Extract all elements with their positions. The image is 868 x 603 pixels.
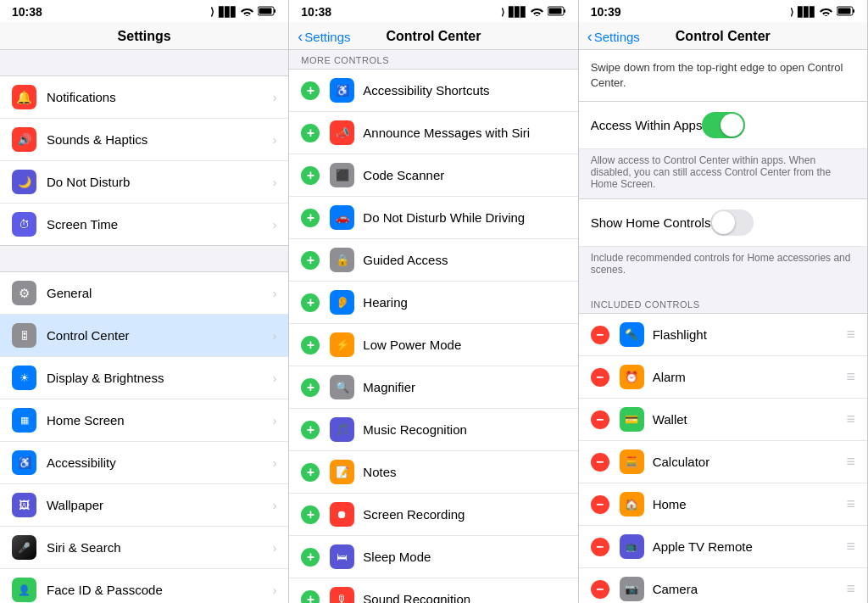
hearing-icon: 👂	[330, 290, 354, 315]
included-camera[interactable]: − 📷 Camera ≡	[579, 568, 867, 603]
status-icons-3: ⟩ ▋▋▋	[790, 6, 855, 19]
more-item-guided[interactable]: + 🔒 Guided Access	[289, 239, 577, 282]
settings-item-notifications[interactable]: 🔔 Notifications ›	[0, 76, 288, 119]
accessibility-icon: ♿	[12, 450, 36, 475]
more-item-magnifier[interactable]: + 🔍 Magnifier	[289, 366, 577, 409]
back-chevron-3: ‹	[587, 28, 593, 46]
settings-item-screentime[interactable]: ⏱ Screen Time ›	[0, 204, 288, 245]
remove-calculator-btn[interactable]: −	[591, 453, 609, 472]
add-codescanner-btn[interactable]: +	[301, 166, 320, 185]
swipe-info: Swipe down from the top-right edge to op…	[579, 50, 867, 102]
svg-rect-7	[853, 9, 854, 13]
included-flashlight[interactable]: − 🔦 Flashlight ≡	[579, 314, 867, 356]
more-item-lowpower[interactable]: + ⚡ Low Power Mode	[289, 324, 577, 366]
more-item-sleep[interactable]: + 🛏 Sleep Mode	[289, 536, 577, 578]
reorder-calculator[interactable]: ≡	[846, 453, 855, 471]
lowpower-icon: ⚡	[330, 332, 354, 357]
time-1: 10:38	[12, 5, 42, 19]
appletv-label: Apple TV Remote	[653, 539, 847, 554]
access-within-apps-toggle[interactable]	[702, 112, 745, 138]
add-accessibility-btn[interactable]: +	[301, 81, 320, 100]
add-lowpower-btn[interactable]: +	[301, 336, 320, 355]
time-2: 10:38	[301, 5, 331, 19]
music-icon: 🎵	[330, 417, 354, 442]
sounds-chevron: ›	[273, 133, 277, 147]
wallpaper-icon: 🖼	[12, 493, 36, 517]
more-item-accessibility[interactable]: + ♿ Accessibility Shortcuts	[289, 70, 577, 112]
included-home[interactable]: − 🏠 Home ≡	[579, 483, 867, 526]
included-controls-group: − 🔦 Flashlight ≡ − ⏰ Alarm ≡ − 💳 Wallet …	[579, 313, 867, 603]
add-music-btn[interactable]: +	[301, 421, 320, 439]
remove-camera-btn[interactable]: −	[591, 580, 609, 599]
settings-content: 🔔 Notifications › 🔊 Sounds & Haptics › 🌙…	[0, 50, 288, 603]
settings-item-siri[interactable]: 🎤 Siri & Search ›	[0, 527, 288, 569]
settings-item-sounds[interactable]: 🔊 Sounds & Haptics ›	[0, 119, 288, 161]
more-item-music[interactable]: + 🎵 Music Recognition	[289, 409, 577, 451]
add-screenrec-btn[interactable]: +	[301, 505, 320, 524]
reorder-camera[interactable]: ≡	[846, 580, 855, 598]
reorder-wallet[interactable]: ≡	[846, 410, 855, 428]
included-alarm[interactable]: − ⏰ Alarm ≡	[579, 356, 867, 399]
show-home-controls-toggle[interactable]	[710, 209, 754, 236]
add-announce-btn[interactable]: +	[301, 124, 320, 142]
controlcenter-panel: 10:38 ⟩ ▋▋▋ ‹ Settings Control Center MO…	[289, 0, 578, 603]
settings-item-controlcenter[interactable]: 🎛 Control Center ›	[0, 315, 288, 357]
reorder-alarm[interactable]: ≡	[846, 368, 855, 386]
settings-item-homescreen[interactable]: ▦ Home Screen ›	[0, 399, 288, 442]
settings-item-wallpaper[interactable]: 🖼 Wallpaper ›	[0, 484, 288, 527]
included-calculator[interactable]: − 🧮 Calculator ≡	[579, 441, 867, 483]
remove-wallet-btn[interactable]: −	[591, 410, 609, 429]
settings-item-accessibility[interactable]: ♿ Accessibility ›	[0, 442, 288, 484]
more-item-dnd-driving[interactable]: + 🚗 Do Not Disturb While Driving	[289, 197, 577, 239]
included-wallet[interactable]: − 💳 Wallet ≡	[579, 399, 867, 441]
wifi-icon-2	[531, 6, 543, 19]
back-button-2[interactable]: ‹ Settings	[298, 28, 350, 46]
wallet-label: Wallet	[653, 412, 847, 427]
remove-appletv-btn[interactable]: −	[591, 538, 609, 556]
reorder-flashlight[interactable]: ≡	[846, 326, 855, 343]
add-hearing-btn[interactable]: +	[301, 293, 320, 312]
svg-rect-5	[548, 8, 561, 14]
more-item-sound[interactable]: + 🎙 Sound Recognition	[289, 578, 577, 603]
guided-label: Guided Access	[363, 253, 565, 267]
back-button-3[interactable]: ‹ Settings	[587, 28, 640, 46]
camera-icon: 📷	[620, 577, 644, 601]
flashlight-icon: 🔦	[620, 322, 644, 347]
settings-group-2: ⚙ General › 🎛 Control Center › ☀ Display…	[0, 271, 288, 603]
settings-item-dnd[interactable]: 🌙 Do Not Disturb ›	[0, 161, 288, 204]
add-sound-btn[interactable]: +	[301, 590, 320, 604]
more-item-notes[interactable]: + 📝 Notes	[289, 451, 577, 494]
add-dnd-btn[interactable]: +	[301, 209, 320, 227]
remove-alarm-btn[interactable]: −	[591, 368, 609, 387]
battery-icon-2	[548, 6, 566, 19]
reorder-appletv[interactable]: ≡	[846, 538, 855, 556]
add-notes-btn[interactable]: +	[301, 463, 320, 482]
included-appletv[interactable]: − 📺 Apple TV Remote ≡	[579, 526, 867, 568]
home-icon: 🏠	[620, 492, 644, 516]
settings-item-faceid[interactable]: 👤 Face ID & Passcode ›	[0, 569, 288, 603]
settings-item-display[interactable]: ☀ Display & Brightness ›	[0, 357, 288, 399]
status-bar-2: 10:38 ⟩ ▋▋▋	[289, 0, 577, 22]
reorder-home[interactable]: ≡	[846, 495, 855, 513]
more-item-announce[interactable]: + 📣 Announce Messages with Siri	[289, 112, 577, 154]
add-sleep-btn[interactable]: +	[301, 548, 320, 567]
notifications-icon: 🔔	[12, 85, 36, 109]
settings-item-general[interactable]: ⚙ General ›	[0, 272, 288, 315]
notes-label: Notes	[363, 465, 565, 479]
notifications-label: Notifications	[47, 90, 273, 104]
more-item-screenrecording[interactable]: + ⏺ Screen Recording	[289, 494, 577, 536]
add-guided-btn[interactable]: +	[301, 251, 320, 270]
settings-panel: 10:38 ⟩ ▋▋▋ Settings 🔔 Notifications ›	[0, 0, 289, 603]
remove-home-btn[interactable]: −	[591, 495, 609, 514]
remove-flashlight-btn[interactable]: −	[591, 326, 609, 344]
codescanner-icon: ⬛	[330, 163, 354, 187]
more-item-codescanner[interactable]: + ⬛ Code Scanner	[289, 154, 577, 197]
back-label-2: Settings	[304, 30, 350, 44]
svg-rect-1	[274, 9, 275, 13]
add-magnifier-btn[interactable]: +	[301, 378, 320, 397]
show-home-controls-row: Show Home Controls	[579, 198, 867, 247]
svg-rect-2	[259, 8, 272, 14]
cc-title-3: Control Center	[676, 29, 771, 44]
controlcenter-label: Control Center	[47, 328, 273, 343]
more-item-hearing[interactable]: + 👂 Hearing	[289, 282, 577, 324]
